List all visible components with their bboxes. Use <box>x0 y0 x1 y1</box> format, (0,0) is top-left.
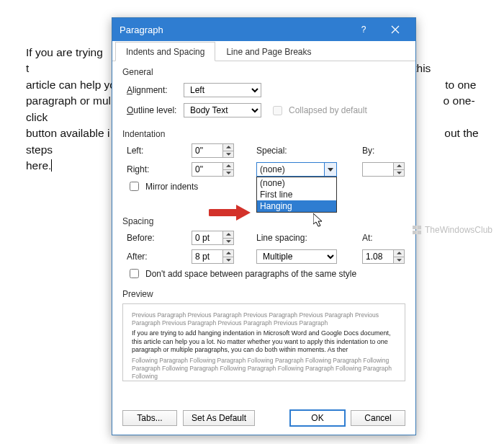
preview-ghost-before: Previous Paragraph Previous Paragraph Pr… <box>132 311 396 327</box>
dialog-buttons: Tabs... Set As Default OK Cancel <box>112 404 415 435</box>
svg-rect-0 <box>413 226 416 229</box>
dialog-title: Paragraph <box>120 25 349 35</box>
tab-row: Indents and Spacing Line and Page Breaks <box>112 41 415 61</box>
right-spinner[interactable] <box>192 162 242 177</box>
indent-title: Indentation <box>122 129 405 139</box>
before-spinner[interactable] <box>192 231 242 245</box>
svg-rect-2 <box>413 231 416 234</box>
tab-line-page-breaks[interactable]: Line and Page Breaks <box>215 42 322 61</box>
at-spinner[interactable] <box>362 249 405 264</box>
dropdown-option-hanging[interactable]: Hanging <box>257 200 336 212</box>
close-button[interactable] <box>381 20 410 39</box>
spinner-buttons[interactable] <box>394 162 405 177</box>
general-group: General Alignment: Left Outline level: B… <box>122 67 405 119</box>
by-input[interactable] <box>362 162 394 177</box>
mirror-indents-checkbox[interactable] <box>130 182 139 191</box>
dont-add-space-checkbox[interactable] <box>130 269 139 278</box>
set-default-button[interactable]: Set As Default <box>183 410 255 426</box>
at-label: At: <box>362 233 405 243</box>
after-label: After: <box>127 252 192 262</box>
dont-add-space-label: Don't add space between paragraphs of th… <box>145 269 356 279</box>
after-input[interactable] <box>192 249 223 264</box>
watermark-text: TheWindowsClub <box>425 225 492 235</box>
preview-ghost-after: Following Paragraph Following Paragraph … <box>132 357 396 381</box>
left-label: Left: <box>127 146 192 156</box>
cancel-button[interactable]: Cancel <box>351 410 405 426</box>
tab-indents-spacing[interactable]: Indents and Spacing <box>115 42 215 61</box>
spacing-title: Spacing <box>122 216 405 226</box>
before-input[interactable] <box>192 231 223 245</box>
outline-label: Outline level: <box>122 105 184 115</box>
special-dropdown: (none) First line Hanging <box>256 177 337 213</box>
paragraph-dialog: Paragraph ? Indents and Spacing Line and… <box>112 17 416 435</box>
watermark: TheWindowsClub <box>412 225 492 235</box>
spinner-buttons[interactable] <box>223 249 234 264</box>
line-spacing-label: Line spacing: <box>242 233 362 243</box>
svg-rect-1 <box>418 226 421 229</box>
line-spacing-select[interactable]: Multiple <box>256 249 337 264</box>
indentation-group: Indentation Left: Special: By: Right: (n… <box>122 129 405 193</box>
spinner-buttons[interactable] <box>223 231 234 245</box>
help-button[interactable]: ? <box>349 20 378 39</box>
spinner-buttons[interactable] <box>223 143 234 158</box>
general-title: General <box>122 67 405 77</box>
watermark-icon <box>412 225 422 235</box>
collapsed-label: Collapsed by default <box>289 105 367 115</box>
special-selected: (none) <box>260 164 285 174</box>
special-combo[interactable]: (none) (none) First line Hanging <box>256 162 337 177</box>
before-label: Before: <box>127 233 192 243</box>
right-label: Right: <box>127 164 192 174</box>
alignment-label: Alignment: <box>122 85 184 95</box>
left-input[interactable] <box>192 143 223 158</box>
preview-main: If you are trying to add hanging indenta… <box>132 327 396 357</box>
by-label: By: <box>362 146 405 156</box>
spinner-buttons[interactable] <box>223 162 234 177</box>
ok-button[interactable]: OK <box>290 410 345 426</box>
chevron-down-icon[interactable] <box>324 162 337 177</box>
dropdown-option-none[interactable]: (none) <box>257 177 336 189</box>
spacing-group: Spacing Before: Line spacing: At: After:… <box>122 216 405 280</box>
preview-box: Previous Paragraph Previous Paragraph Pr… <box>122 303 405 381</box>
alignment-select[interactable]: Left <box>184 83 261 97</box>
tabs-button[interactable]: Tabs... <box>122 410 177 426</box>
collapsed-checkbox <box>273 106 282 115</box>
dropdown-option-firstline[interactable]: First line <box>257 189 336 200</box>
red-arrow-annotation <box>209 203 252 222</box>
svg-rect-3 <box>418 231 421 234</box>
preview-title: Preview <box>122 289 405 299</box>
preview-group: Preview Previous Paragraph Previous Para… <box>122 289 405 381</box>
outline-select[interactable]: Body Text <box>184 103 261 117</box>
titlebar[interactable]: Paragraph ? <box>112 18 415 41</box>
left-spinner[interactable] <box>192 143 242 158</box>
special-label: Special: <box>242 146 362 156</box>
mirror-indents-label: Mirror indents <box>145 182 198 192</box>
at-input[interactable] <box>362 249 394 264</box>
after-spinner[interactable] <box>192 249 242 264</box>
mouse-cursor-icon <box>313 213 325 228</box>
right-input[interactable] <box>192 162 223 177</box>
by-spinner[interactable] <box>362 162 405 177</box>
spinner-buttons[interactable] <box>394 249 405 264</box>
